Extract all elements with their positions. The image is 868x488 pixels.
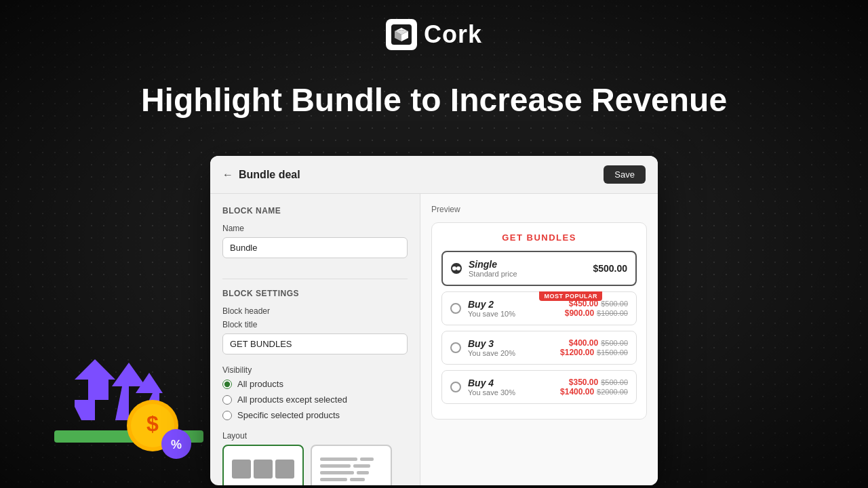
- bundle-price-main-single: $500.00: [593, 263, 627, 274]
- bundle-price-old-buy2: $500.00: [601, 300, 628, 308]
- bundle-row-buy2[interactable]: MOST POPULAR Buy 2 You save 10% $450.00 …: [441, 291, 637, 325]
- bundle-prices-buy4: $350.00 $500.00 $1400.00 $2000.00: [560, 378, 628, 396]
- bundle-price-old2-buy3: $1500.00: [597, 348, 628, 357]
- svg-marker-2: [75, 380, 108, 420]
- bundles-header: GET BUNDLES: [441, 232, 637, 243]
- bundle-radio-buy3: [450, 342, 461, 353]
- svg-text:%: %: [171, 438, 182, 451]
- block-name-section-label: Block name: [222, 206, 408, 216]
- block-settings-section-label: Block settings: [222, 289, 408, 298]
- bundle-price-new-buy4: $350.00: [569, 378, 598, 387]
- bundle-radio-buy4: [450, 382, 461, 392]
- bundle-price-old-buy4: $500.00: [601, 378, 628, 386]
- bundle-price-new-buy3: $400.00: [569, 338, 598, 348]
- bundle-price-new2-buy3: $1200.00: [560, 348, 594, 357]
- layout-section: Layout: [222, 431, 408, 485]
- bundle-name-buy3: Buy 3: [468, 338, 560, 349]
- bundle-info-single: Single Standard price: [469, 259, 593, 278]
- hero-title: Highlight Bundle to Increase Revenue: [141, 81, 727, 119]
- decoration: $ %: [41, 312, 217, 461]
- svg-marker-3: [75, 359, 115, 380]
- visibility-specific[interactable]: Specific selected products: [222, 410, 408, 420]
- bundle-price-old2-buy2: $1000.00: [597, 309, 628, 317]
- layout-grid-card[interactable]: [222, 445, 304, 485]
- bundle-name-single: Single: [469, 259, 593, 270]
- bundle-info-buy2: Buy 2 You save 10%: [468, 299, 565, 318]
- bundle-sub-buy3: You save 20%: [468, 349, 560, 357]
- bundle-price-old2-buy4: $2000.00: [597, 388, 628, 396]
- layout-label: Layout: [222, 431, 408, 441]
- panel-header-left: ← Bundle deal: [222, 169, 300, 181]
- bundle-price-old-buy3: $500.00: [601, 339, 628, 347]
- bundle-name-buy4: Buy 4: [468, 378, 560, 388]
- bundle-radio-single: [451, 263, 462, 274]
- block-title-label: Block title: [222, 320, 408, 329]
- brand-name: Cork: [424, 20, 482, 49]
- logo-area: Cork: [386, 19, 482, 50]
- preview-card: GET BUNDLES Single Standard price $500.0…: [431, 222, 647, 420]
- layout-list-card[interactable]: [311, 445, 392, 485]
- bundle-price-new2-buy2: $900.00: [565, 308, 594, 318]
- panel-body: Block name Name Block settings Block hea…: [210, 194, 658, 485]
- bundle-row-single[interactable]: Single Standard price $500.00: [441, 251, 637, 286]
- bundle-prices-buy2: $450.00 $500.00 $900.00 $1000.00: [565, 299, 628, 318]
- name-input[interactable]: [222, 237, 408, 258]
- svg-text:$: $: [146, 411, 159, 436]
- bundle-row-buy3[interactable]: Buy 3 You save 20% $400.00 $500.00 $1200…: [441, 331, 637, 365]
- svg-marker-5: [112, 363, 146, 386]
- bundle-info-buy4: Buy 4 You save 30%: [468, 378, 560, 396]
- back-button[interactable]: ←: [222, 169, 233, 181]
- svg-marker-4: [115, 386, 129, 420]
- bundle-sub-buy4: You save 30%: [468, 388, 560, 396]
- most-popular-badge: MOST POPULAR: [539, 291, 602, 301]
- logo-icon: [386, 19, 417, 50]
- bundle-radio-buy2: [450, 303, 461, 314]
- divider-1: [222, 279, 408, 279]
- visibility-except-selected[interactable]: All products except selected: [222, 394, 408, 405]
- bundle-info-buy3: Buy 3 You save 20%: [468, 338, 560, 357]
- save-button[interactable]: Save: [604, 165, 646, 184]
- block-title-input[interactable]: [222, 333, 408, 354]
- panel-header: ← Bundle deal Save: [210, 156, 658, 194]
- visibility-label: Visibility: [222, 365, 408, 375]
- block-header-label: Block header: [222, 306, 408, 316]
- bundle-row-buy4[interactable]: Buy 4 You save 30% $350.00 $500.00 $1400…: [441, 370, 637, 404]
- preview-label: Preview: [431, 205, 647, 214]
- left-column: Block name Name Block settings Block hea…: [210, 194, 420, 485]
- panel-title: Bundle deal: [239, 169, 300, 181]
- bundle-sub-buy2: You save 10%: [468, 310, 565, 318]
- bundle-prices-buy3: $400.00 $500.00 $1200.00 $1500.00: [560, 338, 628, 357]
- bundle-sub-single: Standard price: [469, 270, 593, 278]
- bundle-price-new2-buy4: $1400.00: [560, 387, 594, 396]
- main-panel: ← Bundle deal Save Block name Name Block…: [210, 156, 658, 485]
- layout-options: [222, 445, 408, 485]
- name-field-label: Name: [222, 224, 408, 233]
- bundle-prices-single: $500.00: [593, 263, 627, 274]
- visibility-all-products[interactable]: All products: [222, 379, 408, 389]
- visibility-options: All products All products except selecte…: [222, 379, 408, 420]
- right-column: Preview GET BUNDLES Single Standard pric…: [420, 194, 658, 485]
